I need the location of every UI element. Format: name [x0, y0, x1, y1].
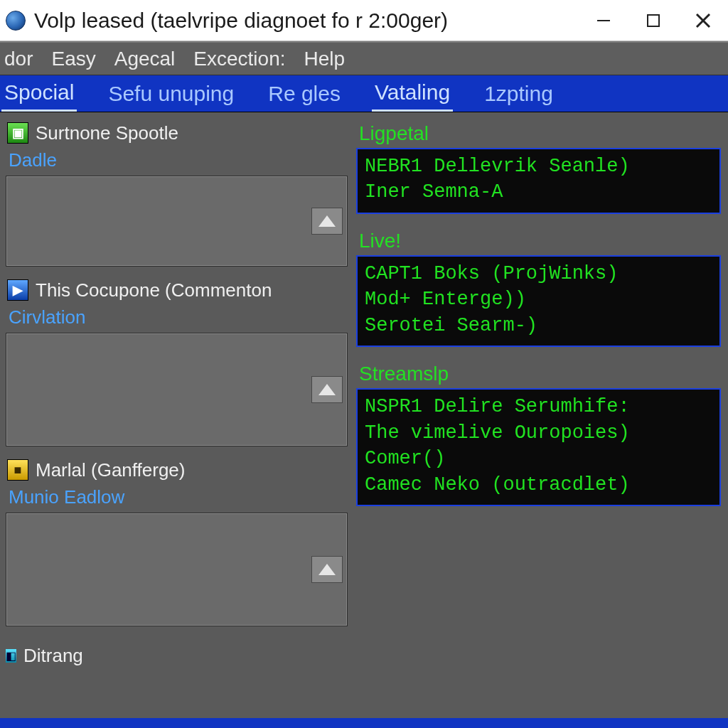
panel-title: Surtnone Spootle [36, 122, 178, 144]
menu-item[interactable]: Help [304, 48, 346, 70]
close-button[interactable] [678, 0, 728, 41]
section-heading-live: Live! [359, 230, 724, 252]
panel-header: ▶ This Cocupone (Commenton [3, 275, 348, 305]
panel-list[interactable] [6, 513, 348, 626]
maximize-button[interactable] [628, 0, 678, 41]
section-box-streamslp[interactable]: NSPR1 Delire Serumhife: The vimelive Our… [356, 388, 721, 506]
panel-header: ▣ Surtnone Spootle [3, 118, 348, 148]
log-line: Mod+ Enterge)) [365, 287, 712, 312]
log-line: CAPT1 Boks (ProjWinks) [365, 261, 712, 287]
scroll-up-button[interactable] [311, 208, 343, 235]
section-box-ligpetal[interactable]: NEBR1 Dellevrik Seanle) Iner Semna-A [356, 148, 721, 214]
log-line: NSPR1 Delire Serumhife: [365, 394, 712, 419]
menu-item[interactable]: Agecal [114, 48, 176, 70]
right-column: Ligpetal NEBR1 Dellevrik Seanle) Iner Se… [352, 112, 728, 728]
scroll-up-button[interactable] [311, 376, 343, 403]
tab-vataling[interactable]: Vataling [372, 75, 453, 112]
scroll-up-button[interactable] [311, 556, 343, 583]
panel-cocupone: ▶ This Cocupone (Commenton Cirvlation [3, 275, 348, 446]
minimize-button[interactable] [579, 0, 628, 41]
tab-1zpting[interactable]: 1zpting [481, 75, 556, 112]
panel-subtitle[interactable]: Dadle [3, 148, 348, 176]
panel-icon: ▣ [7, 122, 28, 144]
left-column: ▣ Surtnone Spootle Dadle ▶ This Cocupone… [0, 112, 352, 728]
panel-list[interactable] [6, 333, 348, 446]
panel-title: This Cocupone (Commenton [36, 279, 272, 301]
section-heading-ligpetal: Ligpetal [359, 122, 724, 145]
log-line: Camec Neko (outracdlet) [365, 472, 712, 498]
log-line: The vimelive Ouropoies) [365, 420, 712, 446]
window-title: Volp leased (taelvripe diagnoet fo r 2:0… [34, 9, 579, 33]
window-titlebar: Volp leased (taelvripe diagnoet fo r 2:0… [0, 0, 728, 41]
panel-title: Marlal (Ganfferge) [36, 459, 186, 481]
menu-item[interactable]: dor [4, 48, 33, 70]
log-line: Serotei Searm-) [365, 313, 712, 338]
tab-strip: Spocial Sefu unuping Re gles Vataling 1z… [0, 75, 728, 112]
panel-icon: ▶ [7, 279, 28, 301]
menu-bar: dor Easy Agecal Excection: Help [0, 41, 728, 75]
section-box-live[interactable]: CAPT1 Boks (ProjWinks) Mod+ Enterge)) Se… [356, 255, 721, 347]
tab-regles[interactable]: Re gles [265, 75, 343, 112]
tab-spocial[interactable]: Spocial [1, 75, 77, 112]
panel-subtitle[interactable]: Munio Eadlow [3, 485, 348, 513]
panel-icon: ◧ [6, 649, 16, 663]
panel-list[interactable] [6, 176, 348, 267]
log-line: NEBR1 Dellevrik Seanle) [365, 154, 712, 179]
section-heading-streamslp: Streamslp [359, 363, 724, 385]
panel-subtitle[interactable]: Cirvlation [3, 305, 348, 333]
log-line: Iner Semna-A [365, 179, 712, 205]
panel-ditrang[interactable]: ◧ Ditrang [6, 645, 352, 667]
svg-rect-1 [648, 15, 659, 26]
menu-item[interactable]: Excection: [193, 48, 285, 70]
work-area: ▣ Surtnone Spootle Dadle ▶ This Cocupone… [0, 112, 728, 728]
tab-sefu[interactable]: Sefu unuping [105, 75, 237, 112]
panel-title: Ditrang [23, 645, 83, 667]
menu-item[interactable]: Easy [51, 48, 95, 70]
panel-marlal: ■ Marlal (Ganfferge) Munio Eadlow [3, 455, 348, 626]
panel-icon: ■ [7, 459, 28, 481]
app-icon [6, 11, 26, 31]
panel-header: ■ Marlal (Ganfferge) [3, 455, 348, 485]
panel-surtnone: ▣ Surtnone Spootle Dadle [3, 118, 348, 267]
log-line: Comer() [365, 446, 712, 471]
status-bar [0, 718, 728, 728]
